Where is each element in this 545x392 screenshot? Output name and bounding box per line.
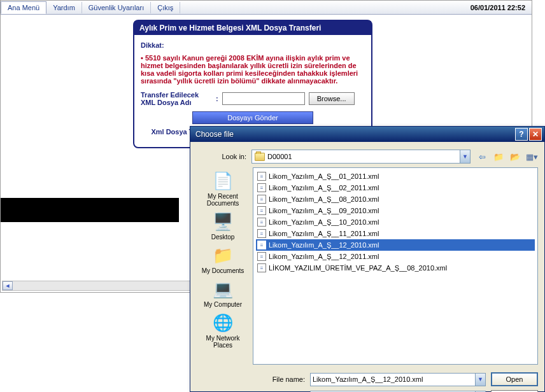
menu-guvenlik[interactable]: Güvenlik Uyarıları [82,2,151,13]
places-bar: 📄My Recent Documents🖥️Desktop📁My Documen… [197,167,249,365]
my-recent-documents-icon: 📄 [212,170,234,192]
my-computer-icon: 💻 [212,278,234,300]
file-name: Likom_Yazılım_A_Ş__08_2010.xml [269,195,379,203]
up-icon[interactable]: 📁 [492,150,505,163]
place-label: My Computer [204,301,242,308]
file-name: Likom_Yazılım_A_Ş__12_2010.xml [269,241,379,249]
file-item[interactable]: ≡Likom_Yazılım_A_Ş__12_2011.xml [256,251,535,262]
new-folder-icon[interactable]: 📂 [509,150,521,163]
file-item[interactable]: ≡Likom_Yazılım_A_Ş__08_2010.xml [256,193,535,205]
panel-title: Aylık Prim ve Hizmet Belgesi XML Dosya T… [134,21,371,35]
xml-file-icon: ≡ [257,195,266,204]
menu-ana-menu[interactable]: Ana Menü [1,1,46,14]
file-item[interactable]: ≡Likom_Yazılım_A_Ş__02_2011.xml [256,182,535,193]
chevron-down-icon[interactable]: ▼ [475,374,485,386]
place-label: My Recent Documents [197,193,249,207]
my-computer[interactable]: 💻My Computer [204,278,242,308]
xml-file-icon: ≡ [257,218,266,227]
my-recent-documents[interactable]: 📄My Recent Documents [197,170,249,207]
my-documents-icon: 📁 [212,244,234,266]
back-icon[interactable]: ⇦ [476,150,488,163]
browse-button[interactable]: Browse... [309,92,355,105]
filename-label: File name: [197,375,305,383]
place-label: My Documents [202,267,244,274]
file-name: Likom_Yazılım_A_Ş__10_2010.xml [269,218,379,226]
menu-cikis[interactable]: Çıkış [151,2,180,13]
my-documents[interactable]: 📁My Documents [202,244,244,274]
filename-value: Likom_Yazılım_A_Ş__12_2010.xml [313,375,423,383]
xml-file-icon: ≡ [257,263,266,272]
file-open-dialog: Choose file ? ✕ Look in: D00001 ▼ ⇦ 📁 📂 … [190,126,545,392]
xml-file-icon: ≡ [257,206,266,215]
xml-file-icon: ≡ [257,172,266,181]
file-item[interactable]: ≡Likom_Yazılım_A_Ş__10_2010.xml [256,216,535,228]
send-button[interactable]: Dosyayı Gönder [192,111,313,124]
dikkat-label: Dikkat: [141,41,164,49]
xml-file-icon: ≡ [257,229,266,238]
place-label: My Network Places [197,335,249,349]
menu-yardim[interactable]: Yardım [46,2,82,13]
xml-file-icon: ≡ [257,241,266,249]
help-icon[interactable]: ? [515,128,528,141]
file-item[interactable]: ≡Likom_Yazılım_A_Ş__11_2011.xml [256,228,535,239]
xml-file-icon: ≡ [257,183,266,192]
embedded-black-strip [1,198,179,222]
desktop-icon: 🖥️ [212,211,234,232]
transfer-label: Transfer Edilecek XML Dosya Adı [141,91,212,106]
clock: 06/01/2011 22:52 [471,4,532,11]
dialog-titlebar[interactable]: Choose file ? ✕ [190,127,544,142]
file-item[interactable]: ≡Likom_Yazılım_A_Ş__12_2010.xml [256,239,535,251]
my-network-places-icon: 🌐 [212,312,234,333]
filename-input[interactable]: Likom_Yazılım_A_Ş__12_2010.xml ▼ [310,373,486,386]
lookin-value: D00001 [267,153,292,160]
file-path-input[interactable] [222,92,305,105]
chevron-down-icon[interactable]: ▼ [460,150,470,163]
lookin-label: Look in: [197,153,246,160]
desktop[interactable]: 🖥️Desktop [211,211,235,241]
place-label: Desktop [211,234,235,241]
file-name: Likom_Yazılım_A_Ş__09_2010.xml [269,207,379,214]
top-menu-bar: Ana Menü Yardım Güvenlik Uyarıları Çıkış… [1,1,532,15]
file-item[interactable]: ≡Likom_Yazılım_A_Ş__01_2011.xml [256,171,535,182]
folder-icon [255,153,265,161]
file-name: Likom_Yazılım_A_Ş__02_2011.xml [269,184,379,192]
file-item[interactable]: ≡LİKOM_YAZILIM_ÜRETİM_VE_PAZ_A_Ş__08_201… [256,262,535,274]
file-name: Likom_Yazılım_A_Ş__11_2011.xml [269,230,379,237]
close-icon[interactable]: ✕ [529,128,542,141]
file-name: LİKOM_YAZILIM_ÜRETİM_VE_PAZ_A_Ş__08_2010… [269,264,447,272]
warning-text: 5510 sayılı Kanun gereği 2008 EKİM ayına… [141,54,358,85]
file-list[interactable]: ≡Likom_Yazılım_A_Ş__01_2011.xml≡Likom_Ya… [253,167,538,365]
lookin-combo[interactable]: D00001 ▼ [251,150,471,164]
my-network-places[interactable]: 🌐My Network Places [197,312,249,349]
views-icon[interactable]: ▦▾ [525,150,538,163]
file-name: Likom_Yazılım_A_Ş__12_2011.xml [269,253,379,260]
open-button[interactable]: Open [491,372,538,386]
file-name: Likom_Yazılım_A_Ş__01_2011.xml [269,172,379,180]
xml-file-icon: ≡ [257,252,266,261]
dialog-title: Choose file [195,130,514,139]
file-item[interactable]: ≡Likom_Yazılım_A_Ş__09_2010.xml [256,205,535,216]
scroll-left-button[interactable]: ◄ [3,281,13,290]
